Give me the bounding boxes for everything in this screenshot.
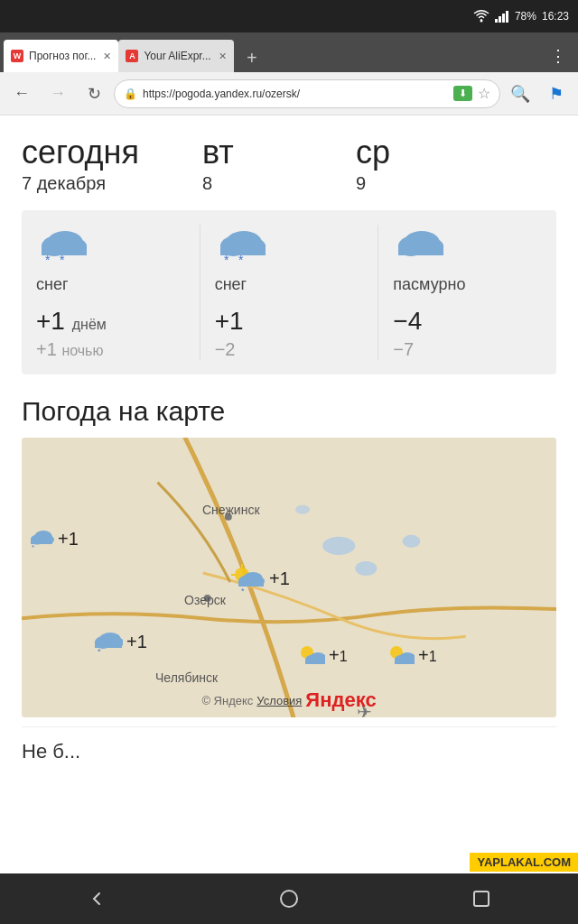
- svg-text:*: *: [98, 647, 101, 654]
- status-bar: 78% 16:23: [0, 0, 578, 32]
- home-nav-button[interactable]: [262, 881, 316, 917]
- map-label-chelyabinsk: Челябинск: [155, 670, 218, 685]
- wednesday-desc: пасмурно: [393, 275, 465, 294]
- bookmarks-button[interactable]: ⚑: [540, 78, 573, 110]
- tab-favicon-weather: W: [11, 50, 23, 62]
- svg-point-23: [355, 561, 377, 576]
- weather-header: сегодня 7 декабря вт 8 ср 9: [22, 134, 556, 194]
- svg-rect-20: [398, 245, 443, 255]
- new-tab-button[interactable]: +: [238, 43, 266, 72]
- status-icons: 78% 16:23: [473, 10, 569, 23]
- wednesday-label: ср: [356, 134, 556, 171]
- today-column: сегодня 7 декабря: [22, 134, 202, 194]
- svg-rect-1: [495, 19, 498, 23]
- search-button[interactable]: 🔍: [504, 78, 536, 110]
- tuesday-day-temp: +1: [215, 307, 244, 336]
- map-marker-bottom-right: +1: [387, 643, 437, 667]
- tuesday-desc: снег: [215, 275, 247, 294]
- tab-close-ali[interactable]: ✕: [219, 51, 227, 62]
- tuesday-date: 8: [202, 173, 356, 194]
- svg-text:*: *: [45, 253, 51, 266]
- clock: 16:23: [542, 10, 569, 23]
- tab-title-ali: Your AliExpr...: [144, 50, 210, 62]
- browser-menu-button[interactable]: ⋮: [542, 40, 574, 72]
- weather-card-tuesday: * * снег +1 −2: [200, 225, 379, 360]
- tuesday-column: вт 8: [202, 134, 356, 194]
- tab-close-weather[interactable]: ✕: [103, 51, 111, 62]
- url-bar[interactable]: 🔒 https://pogoda.yandex.ru/ozersk/ ⬇ ☆: [114, 79, 500, 108]
- svg-text:*: *: [238, 253, 244, 266]
- svg-rect-42: [238, 580, 264, 587]
- map-temp-bottom-center: +1: [329, 645, 348, 666]
- map-label-snezhinsk: Снежинск: [202, 503, 260, 517]
- map-label-ozersk: Озерск: [184, 593, 226, 607]
- weather-cards: * * снег +1 днём +1 ночью *: [22, 210, 556, 374]
- svg-text:*: *: [32, 543, 34, 550]
- map-temp-center: +1: [269, 568, 290, 589]
- svg-rect-58: [395, 659, 415, 664]
- snow-icon-tuesday: * *: [215, 225, 273, 270]
- svg-text:*: *: [224, 253, 229, 266]
- wednesday-day-temp: −4: [393, 307, 422, 336]
- reload-button[interactable]: ↻: [78, 78, 110, 110]
- map-container[interactable]: ✈ * +1 Снежинск: [22, 438, 556, 717]
- map-marker-lower-left: * +1: [94, 629, 147, 654]
- svg-rect-4: [506, 11, 508, 23]
- map-title: Погода на карте: [22, 396, 556, 427]
- wednesday-date: 9: [356, 173, 556, 194]
- tab-favicon-ali: A: [126, 50, 138, 62]
- back-nav-button[interactable]: [70, 881, 124, 917]
- svg-point-24: [402, 535, 420, 548]
- forward-button[interactable]: →: [42, 78, 74, 110]
- map-terms[interactable]: Условия: [256, 694, 302, 707]
- bottom-navigation: [0, 873, 578, 924]
- today-desc: снег: [36, 275, 69, 294]
- tab-ali[interactable]: A Your AliExpr... ✕: [118, 40, 233, 72]
- weather-card-wednesday: пасмурно −4 −7: [378, 225, 556, 360]
- svg-point-59: [281, 891, 297, 907]
- lock-icon: 🔒: [124, 88, 137, 100]
- map-marker-left: * +1: [29, 528, 79, 550]
- today-label: сегодня: [22, 134, 202, 171]
- svg-rect-3: [502, 14, 505, 23]
- tuesday-label: вт: [202, 134, 356, 171]
- svg-rect-2: [499, 16, 501, 23]
- browser-tabs-bar: W Прогноз пог... ✕ A Your AliExpr... ✕ +…: [0, 32, 578, 72]
- bookmark-star-icon[interactable]: ☆: [478, 85, 490, 102]
- map-temp-lower-left: +1: [126, 632, 147, 652]
- svg-text:*: *: [60, 253, 65, 266]
- url-text: https://pogoda.yandex.ru/ozersk/: [143, 88, 448, 100]
- back-button[interactable]: ←: [5, 78, 38, 110]
- recents-nav-button[interactable]: [454, 881, 508, 917]
- map-temp-bottom-right: +1: [418, 645, 437, 666]
- svg-point-22: [322, 537, 355, 555]
- map-footer: © Яндекс Условия Яндекс: [22, 688, 556, 712]
- tab-title-weather: Прогноз пог...: [29, 50, 96, 62]
- map-copyright: © Яндекс: [201, 694, 253, 707]
- snow-icon-today: * *: [36, 225, 94, 270]
- more-content-hint: Не б...: [22, 726, 556, 763]
- svg-rect-60: [474, 892, 489, 906]
- address-bar: ← → ↻ 🔒 https://pogoda.yandex.ru/ozersk/…: [0, 72, 578, 116]
- wifi-icon: [473, 10, 489, 23]
- tuesday-night-temp: −2: [215, 339, 236, 360]
- svg-text:*: *: [241, 587, 245, 595]
- map-temp-left: +1: [58, 529, 79, 550]
- tab-weather[interactable]: W Прогноз пог... ✕: [4, 40, 118, 72]
- cloudy-icon-wednesday: [393, 225, 451, 270]
- battery-indicator: 78%: [515, 10, 536, 23]
- yandex-logo: Яндекс: [305, 688, 376, 712]
- today-date: 7 декабря: [22, 173, 202, 194]
- svg-point-25: [295, 505, 310, 514]
- signal-icon: [495, 10, 509, 23]
- map-section: Погода на карте ✈: [22, 396, 556, 717]
- today-night-temp: +1 ночью: [36, 339, 103, 360]
- map-marker-center: * +1: [229, 562, 290, 595]
- svg-point-0: [480, 20, 482, 23]
- today-day-temp: +1 днём: [36, 307, 107, 336]
- wednesday-column: ср 9: [356, 134, 556, 194]
- main-content: сегодня 7 декабря вт 8 ср 9 *: [0, 116, 578, 763]
- watermark: YAPLAKAL.COM: [470, 853, 578, 872]
- weather-card-today: * * снег +1 днём +1 ночью: [22, 225, 200, 360]
- download-icon[interactable]: ⬇: [453, 86, 472, 101]
